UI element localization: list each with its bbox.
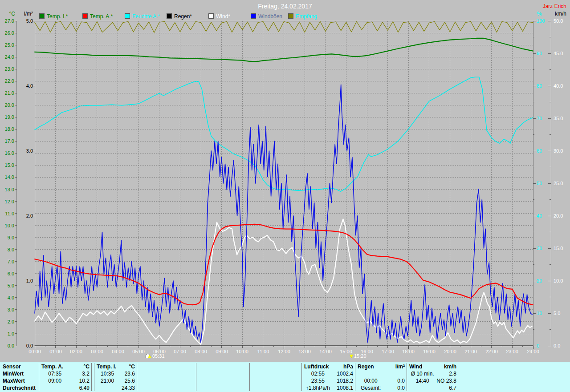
temp-c-tick-label: 4.0 — [1, 295, 14, 300]
table-cell-time: Ø 10 min. — [409, 370, 436, 377]
x-tick-label: 20:00 — [440, 349, 460, 354]
humidity-tick-label: 30 — [537, 246, 548, 251]
temp-c-tick-label: 12.0 — [1, 199, 14, 204]
moonset-icon — [350, 355, 353, 358]
table-cell-value: NO 23.8 — [436, 377, 456, 384]
x-tick-label: 11:00 — [253, 349, 273, 354]
table-sensor-unit: l/m² — [384, 363, 405, 370]
x-tick-label: 03:00 — [87, 349, 107, 354]
table-header-temp-a-: Temp. A.°C — [41, 363, 90, 370]
table-cell: 6.49 — [41, 384, 90, 392]
table-cell-value: 6.49 — [68, 384, 90, 392]
chart-canvas[interactable] — [0, 0, 570, 361]
x-tick-label: 23:00 — [502, 349, 522, 354]
humidity-tick-label: 40 — [537, 213, 548, 218]
temp-c-tick-label: 22.0 — [1, 78, 14, 84]
table-cell: 14:40NO 23.8 — [409, 377, 456, 384]
table-cell-time: ↑1.8hPa/h — [304, 384, 332, 392]
table-cell: 24.33 — [97, 384, 135, 392]
legend-item-empfang: Empfang — [288, 13, 317, 19]
table-cell-value: 0.0 — [384, 377, 405, 384]
table-column-separator — [39, 363, 39, 391]
rain-tick-label: 2.0 — [19, 213, 33, 218]
x-tick-label: 04:00 — [108, 349, 128, 354]
temp-c-tick-label: 25.0 — [1, 42, 14, 48]
table-row-label: Sensor — [3, 363, 37, 370]
windboeen-legend-swatch-icon — [251, 13, 256, 19]
temp-c-tick-label: 26.0 — [1, 30, 14, 36]
table-cell-value: 1002.4 — [332, 370, 353, 377]
legend-item-wind: Wind* — [208, 13, 230, 19]
legend-item-label: Empfang — [296, 13, 317, 20]
x-tick-label: 08:00 — [191, 349, 211, 354]
kmh-tick-label: 5.0 — [554, 311, 569, 316]
feuchte_a-legend-swatch-icon — [125, 13, 130, 19]
legend-item-label: Temp. A.* — [90, 13, 113, 20]
humidity-tick-label: 100 — [537, 18, 548, 24]
legend-item-label: Feuchte A.* — [132, 13, 160, 20]
temp-c-tick-label: 7.0 — [1, 259, 14, 264]
table-cell-value: 25.6 — [118, 377, 135, 384]
table-cell-time: 07:35 — [41, 370, 68, 377]
rain-tick-label: 4.0 — [19, 83, 33, 89]
temp-c-tick-label: 17.0 — [1, 138, 14, 144]
x-tick-label: 12:00 — [274, 349, 294, 354]
table-column-separator — [137, 363, 137, 391]
table-cell-time: 21:00 — [97, 377, 118, 384]
table-sensor-unit: °C — [118, 363, 135, 370]
empfang-legend-swatch-icon — [288, 13, 293, 19]
table-cell-value: 23.6 — [118, 370, 135, 377]
x-tick-label: 09:00 — [212, 349, 232, 354]
table-cell-time — [97, 384, 118, 392]
humidity-tick-label: 10 — [537, 311, 548, 316]
table-column-separator — [91, 363, 92, 391]
x-tick-label: 07:00 — [170, 349, 190, 354]
x-tick-label: 02:00 — [66, 349, 86, 354]
table-column-separator — [249, 363, 250, 391]
table-cell-value: 24.33 — [118, 384, 135, 392]
marker-time-label: 15:20 — [354, 353, 366, 359]
rain-tick-label: 0.0 — [19, 343, 33, 348]
legend-item-label: Windböen — [258, 13, 282, 20]
temp-c-tick-label: 2.0 — [1, 319, 14, 324]
temp-c-tick-label: 20.0 — [1, 102, 14, 108]
x-tick-label: 24:00 — [523, 349, 543, 354]
table-cell-time: 09:00 — [41, 377, 68, 384]
temp-c-tick-label: 23.0 — [1, 66, 14, 72]
legend-item-windboeen: Windböen — [251, 13, 282, 19]
table-row-label: MaxWert — [3, 377, 37, 384]
temp-c-tick-label: 15.0 — [1, 162, 14, 168]
table-cell: 21:0025.6 — [97, 377, 135, 384]
temp-c-tick-label: 8.0 — [1, 247, 14, 252]
table-cell: 00:000.0 — [358, 377, 405, 384]
legend-item-regen: Regen* — [167, 13, 192, 19]
x-tick-label: 00:00 — [25, 349, 45, 354]
temp-c-tick-label: 9.0 — [1, 235, 14, 240]
table-column-separator — [94, 363, 94, 391]
series-line-wind — [35, 219, 532, 344]
kmh-tick-label: 30.0 — [554, 148, 569, 154]
table-column-separator — [196, 363, 196, 391]
legend-item-label: Wind* — [216, 13, 230, 20]
temp-c-tick-label: 1.0 — [1, 331, 14, 336]
temp_i-legend-swatch-icon — [39, 13, 45, 19]
table-cell: Gesamt:0.0 — [358, 384, 405, 392]
humidity-tick-label: 50 — [537, 181, 548, 186]
marker-0531: 05:31 — [146, 353, 165, 359]
marker-1520: 15:20 — [350, 353, 366, 359]
table-cell-value: 1018.2 — [332, 377, 353, 384]
x-tick-label: 22:00 — [482, 349, 501, 354]
table-sensor-name: Luftdruck — [304, 363, 332, 370]
table-cell-value: 3.2 — [68, 370, 90, 377]
humidity-tick-label: 80 — [537, 83, 548, 89]
temp-c-tick-label: 21.0 — [1, 90, 14, 96]
table-column-separator — [355, 363, 355, 391]
temp_a-legend-swatch-icon — [82, 13, 88, 19]
legend-item-label: Regen* — [174, 13, 192, 20]
kmh-tick-label: 20.0 — [554, 213, 569, 218]
humidity-tick-label: 20 — [537, 278, 548, 283]
table-cell-time: 00:00 — [358, 377, 384, 384]
table-header-temp-i-: Temp. I.°C — [97, 363, 135, 370]
table-column-separator — [407, 363, 407, 391]
table-row-label: Durchschnitt — [3, 384, 37, 392]
